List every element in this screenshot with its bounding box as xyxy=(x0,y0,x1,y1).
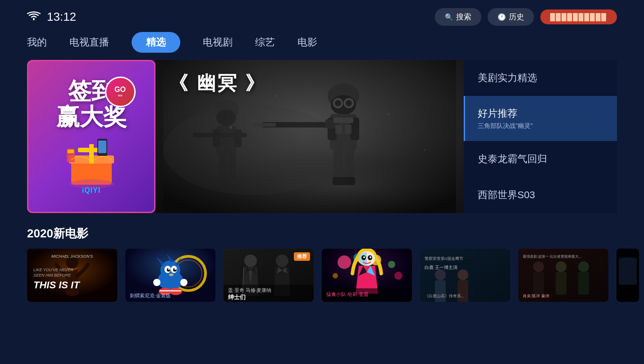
sidebar-item-sublabel: 三角部队决战"幽灵" xyxy=(478,122,604,130)
svg-text:猛禽小队 哈莉·奎茵: 猛禽小队 哈莉·奎茵 xyxy=(326,291,369,297)
movie-poster-4: 猛禽小队 哈莉·奎茵 xyxy=(322,249,412,302)
svg-text:刺猬索尼克·金装版: 刺猬索尼克·金装版 xyxy=(130,293,171,298)
movie-poster-6: 最强喜剧 赵第一 比出谁更能捧腹大... 肖央 陈冲 秦沛 xyxy=(518,249,608,302)
svg-rect-104 xyxy=(556,272,566,295)
movie-card-2[interactable]: 刺猬索尼克·金装版 xyxy=(125,249,215,302)
movie-grid: MICHAEL JACKSON'S LIKE YOU'VE NEVER SEEN… xyxy=(0,249,644,302)
main-banner: 签到 赢大奖 GO »» xyxy=(0,60,644,213)
svg-rect-8 xyxy=(68,150,74,153)
svg-text:警察荣誉第4届金鹰节: 警察荣誉第4届金鹰节 xyxy=(425,256,463,261)
section-title: 2020新电影 xyxy=(0,213,644,249)
svg-rect-110 xyxy=(619,258,637,285)
sidebar-item-us-drama[interactable]: 美剧实力精选 xyxy=(464,60,617,96)
nav-item-featured[interactable]: 精选 xyxy=(132,32,180,53)
svg-text:白鹿 王一博主演: 白鹿 王一博主演 xyxy=(425,265,457,270)
movie-card-inner-1: MICHAEL JACKSON'S LIKE YOU'VE NEVER SEEN… xyxy=(27,249,117,302)
movie-poster-5: 警察荣誉第4届金鹰节 白鹿 王一博主演 《白鹿山高》传奇系... xyxy=(420,249,510,302)
user-badge[interactable]: ██████████ xyxy=(540,9,617,24)
svg-text:肖央 陈冲 秦沛: 肖央 陈冲 秦沛 xyxy=(523,294,549,298)
svg-rect-6 xyxy=(98,141,106,153)
movie-card-inner-3: 盖·里奇 马修·麦康纳 绅士们 推荐 xyxy=(224,249,314,302)
sidebar-item-recommended[interactable]: 好片推荐 三角部队决战"幽灵" xyxy=(464,96,617,141)
main-nav: 我的 电视直播 精选 电视剧 综艺 电影 xyxy=(0,30,644,60)
movie-card-1[interactable]: MICHAEL JACKSON'S LIKE YOU'VE NEVER SEEN… xyxy=(27,249,117,302)
movie-card-6[interactable]: 最强喜剧 赵第一 比出谁更能捧腹大... 肖央 陈冲 秦沛 xyxy=(518,249,608,302)
svg-point-87 xyxy=(363,256,365,258)
movie-poster-1: MICHAEL JACKSON'S LIKE YOU'VE NEVER SEEN… xyxy=(27,249,117,302)
svg-point-77 xyxy=(338,255,351,269)
search-icon: 🔍 xyxy=(445,13,453,21)
svg-point-68 xyxy=(180,279,187,286)
svg-point-67 xyxy=(153,279,160,286)
svg-point-71 xyxy=(244,255,257,267)
history-label: 历史 xyxy=(509,12,524,22)
movie-card-inner-4: 猛禽小队 哈莉·奎茵 xyxy=(322,249,412,302)
movie-card-3[interactable]: 盖·里奇 马修·麦康纳 绅士们 推荐 xyxy=(224,249,314,302)
svg-rect-97 xyxy=(457,280,468,302)
nav-item-my[interactable]: 我的 xyxy=(27,32,47,53)
svg-rect-106 xyxy=(578,272,589,295)
svg-text:盖·里奇   马修·麦康纳: 盖·里奇 马修·麦康纳 xyxy=(228,287,271,293)
sidebar-item-label: 好片推荐 xyxy=(478,107,604,120)
svg-text:最强喜剧 赵第一 比出谁更能捧腹大...: 最强喜剧 赵第一 比出谁更能捧腹大... xyxy=(523,255,581,259)
movie-card-inner-5: 警察荣誉第4届金鹰节 白鹿 王一博主演 《白鹿山高》传奇系... xyxy=(420,249,510,302)
movie-card-inner-7 xyxy=(617,249,639,302)
svg-text:LIKE YOU'VE NEVER: LIKE YOU'VE NEVER xyxy=(33,268,73,272)
header-left: 13:12 xyxy=(27,10,76,24)
svg-point-105 xyxy=(578,261,589,272)
svg-point-82 xyxy=(394,272,402,280)
svg-text:THIS IS IT: THIS IS IT xyxy=(33,279,80,291)
promo-go-badge: GO »» xyxy=(105,77,136,107)
movie-badge-3: 推荐 xyxy=(294,252,310,261)
clock-display: 13:12 xyxy=(47,10,76,24)
svg-point-96 xyxy=(457,269,468,280)
svg-text:MICHAEL JACKSON'S: MICHAEL JACKSON'S xyxy=(51,254,93,259)
svg-point-101 xyxy=(533,261,544,272)
search-label: 搜索 xyxy=(456,12,471,22)
sidebar-item-westworld[interactable]: 西部世界S03 xyxy=(464,177,617,213)
svg-rect-65 xyxy=(160,290,170,291)
svg-rect-3 xyxy=(89,144,94,164)
history-button[interactable]: 🕐 历史 xyxy=(488,8,534,26)
svg-point-62 xyxy=(169,273,174,276)
history-icon: 🕐 xyxy=(498,13,506,21)
movie-title: 《 幽冥 》 xyxy=(169,71,266,96)
nav-item-movie[interactable]: 电影 xyxy=(297,32,317,53)
promo-banner[interactable]: 签到 赢大奖 GO »» xyxy=(27,60,155,213)
movie-card-4[interactable]: 猛禽小队 哈莉·奎茵 xyxy=(322,249,412,302)
svg-point-81 xyxy=(333,273,338,278)
nav-item-variety[interactable]: 综艺 xyxy=(255,32,275,53)
svg-point-0 xyxy=(33,18,35,20)
wifi-icon xyxy=(27,11,41,23)
movie-poster-7 xyxy=(617,249,639,302)
nav-item-tv-drama[interactable]: 电视剧 xyxy=(203,32,233,53)
header-right: 🔍 搜索 🕐 历史 ██████████ xyxy=(435,8,617,26)
svg-point-80 xyxy=(388,261,395,268)
svg-point-60 xyxy=(168,268,170,270)
svg-rect-102 xyxy=(533,272,544,295)
sidebar-item-label: 史泰龙霸气回归 xyxy=(478,152,604,166)
sidebar-item-stallone[interactable]: 史泰龙霸气回归 xyxy=(464,141,617,177)
svg-point-103 xyxy=(556,261,566,272)
user-label: ██████████ xyxy=(550,13,607,21)
svg-rect-95 xyxy=(435,280,446,302)
search-button[interactable]: 🔍 搜索 xyxy=(435,8,481,26)
movie-banner[interactable]: 《 幽冥 》 xyxy=(155,60,464,213)
svg-point-88 xyxy=(370,256,371,258)
svg-text:SEEN HIM BEFORE: SEEN HIM BEFORE xyxy=(33,273,71,278)
prize-box xyxy=(56,135,127,191)
movie-card-inner-6: 最强喜剧 赵第一 比出谁更能捧腹大... 肖央 陈冲 秦沛 xyxy=(518,249,608,302)
movie-card-7[interactable] xyxy=(617,249,639,302)
sidebar-menu: 美剧实力精选 好片推荐 三角部队决战"幽灵" 史泰龙霸气回归 西部世界S03 xyxy=(464,60,617,213)
sidebar-item-label: 西部世界S03 xyxy=(478,188,604,202)
promo-content: 签到 赢大奖 GO »» xyxy=(56,78,127,195)
sidebar-item-label: 美剧实力精选 xyxy=(478,71,604,85)
movie-card-inner-2: 刺猬索尼克·金装版 xyxy=(125,249,215,302)
svg-point-72 xyxy=(276,255,288,267)
svg-text:《白鹿山高》传奇系...: 《白鹿山高》传奇系... xyxy=(425,294,464,298)
movie-card-5[interactable]: 警察荣誉第4届金鹰节 白鹿 王一博主演 《白鹿山高》传奇系... xyxy=(420,249,510,302)
svg-point-61 xyxy=(174,268,176,270)
nav-item-tv-live[interactable]: 电视直播 xyxy=(69,32,109,53)
svg-text:绅士们: 绅士们 xyxy=(228,294,246,300)
gift-illustration xyxy=(58,135,125,189)
